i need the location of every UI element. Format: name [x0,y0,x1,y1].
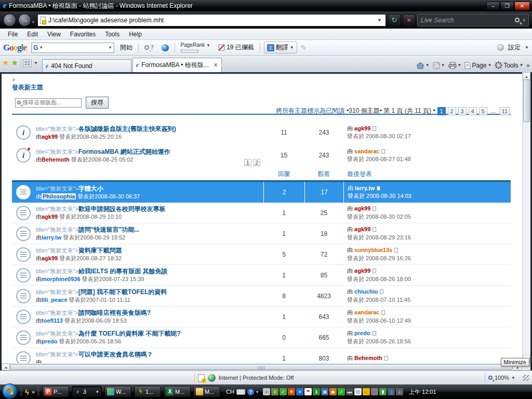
topic-row[interactable]: title="無新文章">歡迎申請開設各校同學校友專板 由agk99發表於200… [12,203,511,223]
last-post-author-link[interactable]: agk99 [354,268,370,274]
tab-list-dropdown[interactable]: ▼ [34,61,38,65]
last-post-author-link[interactable]: agk99 [354,226,370,232]
menu-item[interactable]: Edit [22,30,43,39]
minimize-button[interactable]: – [486,2,500,10]
address-bar[interactable]: J:\cafe\Mix\google adesense problem.mht … [37,14,386,26]
network-tray-icon[interactable]: ▯ [388,388,395,395]
live-search-placeholder[interactable]: Live Search [421,17,512,24]
vertical-scrollbar-thumb[interactable] [523,79,530,122]
topic-row[interactable]: title="無新文章">請問咖啡店裡有美食版嗎? 由toefl113發表於20… [12,307,511,327]
bluetooth-ring-tray-icon[interactable]: ◎ [354,388,362,395]
vertical-scrollbar[interactable]: ▲ ▼ [522,72,530,363]
download-arrow-tray-icon[interactable]: ↓ [363,388,370,395]
browser-tab[interactable]: e 404 Not Found ✕ [42,59,131,72]
scroll-left-icon[interactable]: ◄ [2,364,10,370]
topic-page-button[interactable]: 2 [253,159,260,166]
goto-last-post-icon[interactable] [373,269,376,273]
tools-menu-button[interactable]: Tools▼ [495,61,523,69]
update-ok-tray-icon[interactable]: ✓ [338,388,345,395]
tpm-tray-icon[interactable]: 1 [313,388,320,395]
forum-search-button[interactable]: 搜尋 [86,97,109,109]
horizontal-scrollbar-thumb[interactable] [10,364,513,370]
taskbar-window-button[interactable]: e 3 ▼ [72,386,102,397]
page-warning-icon[interactable] [198,374,205,382]
pagerank-button[interactable]: PageRank ▼ [179,42,212,54]
views-column-header[interactable]: 觀看 [304,170,343,179]
author-link[interactable]: Philosophia [42,193,76,200]
goto-last-post-icon[interactable] [394,248,398,252]
goto-last-post-icon[interactable] [377,186,380,191]
goto-last-post-icon[interactable] [373,206,376,211]
address-input[interactable]: J:\cafe\Mix\google adesense problem.mht [48,17,373,24]
taskbar-window-button[interactable]: X M... [164,386,191,397]
page-menu-button[interactable]: Page▼ [464,62,491,69]
topic-row[interactable]: title="無新文章">資料庫下載問題 由agk99發表於2008-08-27… [12,244,511,265]
search-icon[interactable] [515,18,520,22]
topic-title-link[interactable]: 給我IELTS 的專有版面 其餘免談 [78,268,168,275]
stop-button[interactable]: × [403,14,415,26]
last-post-author-link[interactable]: sandarac [354,309,379,315]
google-g-dropdown[interactable]: ▼ [39,45,43,50]
goto-last-post-icon[interactable] [381,149,385,154]
last-post-author-link[interactable]: chiuchiu [354,288,378,295]
zoom-dropdown[interactable]: ▼ [511,376,515,380]
last-post-author-link[interactable]: agk99 [354,205,370,211]
last-post-author-link[interactable]: predo [354,330,370,336]
author-link[interactable]: agk99 [42,134,58,140]
favorites-center-icon[interactable]: ★ [2,58,9,68]
quick-tabs-icon[interactable] [23,59,32,67]
more-commands-chevron[interactable]: » [526,62,530,69]
avira-antivirus-tray-icon[interactable]: ☂ [304,388,312,395]
close-button[interactable]: ✕ [514,2,530,10]
monitor-tray-icon[interactable]: ▬ [346,388,353,395]
topic-title-link[interactable]: 各版誠徵新血版主(舊版主快來簽到) [78,125,176,132]
google-earth-button[interactable] [159,43,171,52]
topic-row[interactable]: title="無新文章">[問題] 我不能下載TOFEL的資料 由lili_pe… [12,286,511,307]
audio-app-tray-icon[interactable]: ◆ [329,388,337,395]
author-link[interactable]: toefl113 [42,317,63,324]
back-button[interactable]: ← [3,14,16,26]
last-post-author-link[interactable]: agk99 [354,125,370,131]
user-status-tray-icon[interactable]: ☺ [271,388,278,395]
live-search-box[interactable]: Live Search ▾ [417,14,529,26]
recent-pages-dropdown[interactable]: ▾ [32,20,34,24]
author-link[interactable]: morphine0936 [42,276,81,282]
topic-title-link[interactable]: 請問咖啡店裡有美食版嗎? [78,309,151,316]
topic-title-link[interactable]: 歡迎申請開設各校同學校友專板 [78,205,166,212]
author-link[interactable]: larry.tw [42,234,61,241]
volume-tray-icon[interactable]: ♪ [396,388,403,395]
search-wizard-button[interactable]: ? [142,44,156,51]
settings-button[interactable]: 設定 [506,42,523,53]
address-dropdown-icon[interactable]: ▼ [376,18,383,23]
goto-last-post-icon[interactable] [373,331,376,336]
new-topic-link[interactable]: 發表新主題 [12,83,522,92]
topic-row[interactable]: title="無新文章">請問"快速留言"功能... 由larry.tw發表於2… [12,223,511,244]
goto-last-post-icon[interactable] [380,289,383,294]
google-search-dropdown[interactable]: ▼ [108,45,112,50]
menu-item[interactable]: File [3,30,22,39]
goto-last-post-icon[interactable] [373,227,376,232]
menu-item[interactable]: Tools [100,30,124,39]
goto-last-post-icon[interactable] [381,310,385,315]
last-post-author-link[interactable]: sandarac [354,148,379,154]
zoom-control[interactable]: 100% ▼ [488,375,515,381]
last-post-author-link[interactable]: sunnyblue13s [354,247,392,253]
goto-last-post-icon[interactable] [373,126,376,131]
quick-launch-more-chevron[interactable]: » [32,389,35,395]
last-post-author-link[interactable]: Behemoth [354,355,382,361]
google-g-icon[interactable]: G [33,44,38,51]
menu-item[interactable]: Help [124,30,147,39]
keyboard-icon[interactable] [236,389,245,395]
author-link[interactable]: agk99 [42,255,58,261]
announcement-row[interactable]: i title="無新文章">各版誠徵新血版主(舊版主快來簽到) 由agk99發… [12,121,511,144]
taskbar-window-button[interactable]: ϟ 1... [134,386,161,397]
taskbar-window-button[interactable]: P P... [42,386,69,397]
language-options-dropdown[interactable]: ▾ [256,390,258,394]
page-number-button[interactable]: 2 [448,107,456,115]
add-favorite-icon[interactable]: ★ [11,58,18,68]
taskbar-window-button[interactable]: M... [193,386,220,397]
search-options-dropdown[interactable]: ▾ [523,18,525,23]
page-number-button[interactable]: ... [489,107,498,115]
popup-blocker-button[interactable]: 19 已攔截 [216,42,256,53]
page-number-button[interactable]: 4 [469,107,477,115]
